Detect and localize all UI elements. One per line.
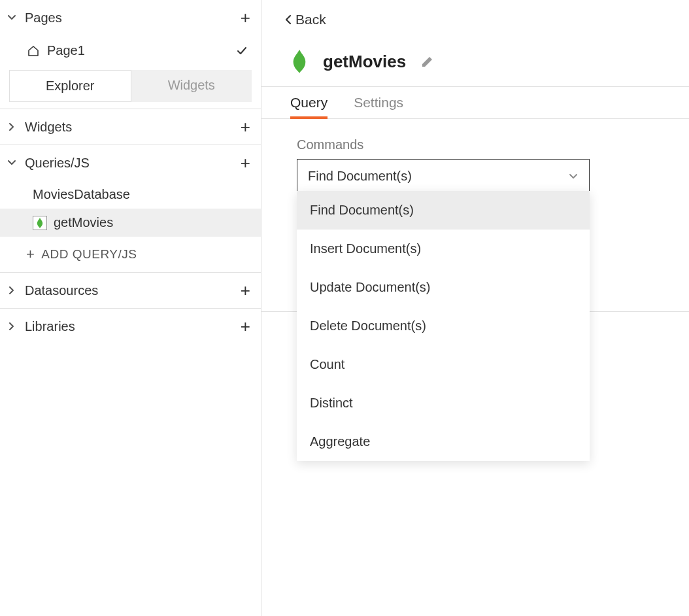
add-widget-icon[interactable]: +	[241, 118, 250, 135]
dropdown-option[interactable]: Aggregate	[297, 422, 590, 461]
explorer-widgets-switcher: Explorer Widgets	[9, 70, 252, 102]
chevron-left-icon	[284, 14, 293, 26]
tab-settings[interactable]: Settings	[354, 87, 403, 118]
commands-label: Commands	[297, 137, 663, 152]
datasource-item[interactable]: MoviesDatabase	[0, 180, 261, 209]
mongo-icon	[290, 50, 309, 73]
commands-select[interactable]: Find Document(s)	[297, 159, 590, 194]
add-datasource-icon[interactable]: +	[241, 282, 250, 299]
plus-icon: +	[26, 246, 35, 263]
sidebar: Pages + Page1 Explorer Widgets Widgets +	[0, 0, 261, 616]
query-title: getMovies	[323, 52, 406, 72]
edit-icon[interactable]	[420, 54, 435, 69]
add-query-button[interactable]: + ADD QUERY/JS	[0, 237, 261, 272]
tab-query[interactable]: Query	[290, 87, 328, 118]
commands-section: Commands Find Document(s) Find Document(…	[261, 119, 689, 194]
back-label: Back	[295, 12, 326, 27]
commands-dropdown: Find Document(s) Insert Document(s) Upda…	[297, 191, 590, 461]
chevron-right-icon	[7, 122, 17, 132]
libraries-section-header[interactable]: Libraries +	[0, 309, 261, 344]
mongo-icon	[33, 216, 47, 230]
add-library-icon[interactable]: +	[241, 318, 250, 335]
tabs-row: Query Settings	[261, 87, 689, 119]
chevron-right-icon	[7, 285, 17, 296]
dropdown-option[interactable]: Insert Document(s)	[297, 230, 590, 268]
datasources-label: Datasources	[25, 283, 98, 298]
pages-label: Pages	[25, 10, 62, 26]
queries-label: Queries/JS	[25, 156, 90, 171]
add-page-icon[interactable]: +	[241, 9, 250, 26]
widgets-section-header[interactable]: Widgets +	[0, 109, 261, 145]
dropdown-option[interactable]: Delete Document(s)	[297, 307, 590, 345]
query-item[interactable]: getMovies	[0, 209, 261, 237]
page-item[interactable]: Page1	[0, 35, 261, 66]
check-icon	[235, 44, 249, 58]
chevron-down-icon	[7, 12, 17, 23]
select-value: Find Document(s)	[308, 169, 412, 184]
explorer-tab[interactable]: Explorer	[9, 70, 131, 102]
datasources-section-header[interactable]: Datasources +	[0, 273, 261, 308]
add-query-label: ADD QUERY/JS	[41, 247, 137, 262]
add-query-icon[interactable]: +	[241, 154, 250, 171]
home-icon	[26, 44, 41, 58]
chevron-down-icon	[568, 171, 579, 182]
query-title-row: getMovies	[261, 34, 689, 86]
dropdown-option[interactable]: Count	[297, 345, 590, 384]
widgets-tab[interactable]: Widgets	[131, 70, 252, 102]
query-label: getMovies	[54, 215, 113, 230]
datasource-label: MoviesDatabase	[33, 187, 130, 202]
dropdown-option[interactable]: Find Document(s)	[297, 191, 590, 230]
libraries-label: Libraries	[25, 319, 75, 334]
dropdown-option[interactable]: Distinct	[297, 384, 590, 422]
main-panel: Back getMovies Query Settings Commands F…	[261, 0, 689, 616]
back-button[interactable]: Back	[261, 0, 689, 34]
queries-section-header[interactable]: Queries/JS +	[0, 145, 261, 180]
widgets-label: Widgets	[25, 120, 72, 135]
chevron-down-icon	[7, 158, 17, 168]
dropdown-option[interactable]: Update Document(s)	[297, 268, 590, 307]
pages-section-header[interactable]: Pages +	[0, 0, 261, 35]
chevron-right-icon	[7, 321, 17, 332]
page-label: Page1	[47, 43, 85, 58]
